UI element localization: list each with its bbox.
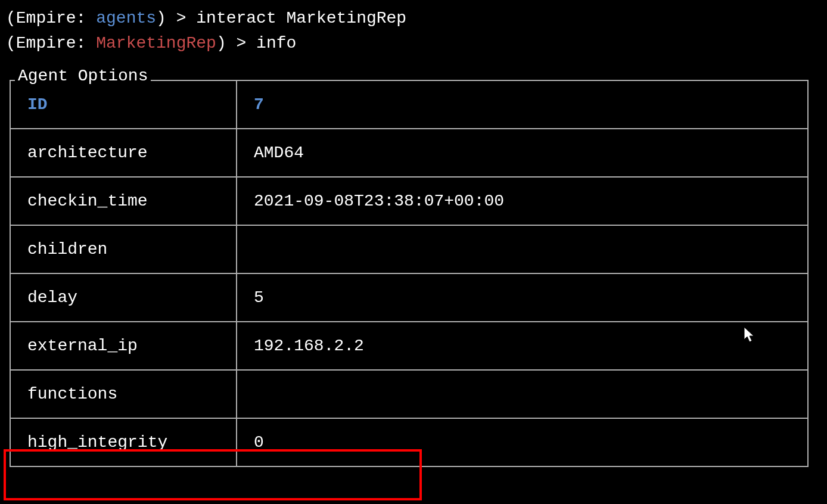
prompt-line-1[interactable]: (Empire: agents) > interact MarketingRep: [6, 6, 821, 31]
option-value: 7: [237, 80, 808, 129]
option-value-text: 7: [254, 95, 264, 114]
option-value: [237, 370, 808, 418]
agent-options-box: Agent Options ID7architectureAMD64checki…: [6, 80, 821, 467]
option-value: [237, 225, 808, 273]
option-key: delay: [10, 273, 237, 322]
option-key-text: high_integrity: [27, 433, 167, 452]
option-value-text: 0: [254, 433, 264, 452]
table-row: functions: [10, 370, 808, 418]
prompt2-suffix: ) >: [216, 34, 256, 52]
option-key-text: children: [27, 240, 107, 259]
option-value: 192.168.2.2: [237, 322, 808, 370]
option-key: functions: [10, 370, 237, 418]
option-value: 5: [237, 273, 808, 322]
table-row: external_ip192.168.2.2: [10, 322, 808, 370]
prompt2-command: info: [256, 34, 296, 52]
table-row: checkin_time2021-09-08T23:38:07+00:00: [10, 177, 808, 225]
option-value-text: 192.168.2.2: [254, 337, 364, 355]
option-key-text: functions: [27, 385, 117, 403]
option-key: checkin_time: [10, 177, 237, 225]
option-key-text: checkin_time: [27, 192, 148, 210]
option-key-text: architecture: [27, 144, 148, 162]
prompt2-prefix: (Empire:: [6, 34, 96, 52]
option-value-text: 2021-09-08T23:38:07+00:00: [254, 192, 504, 210]
prompt1-command: interact MarketingRep: [196, 9, 406, 27]
option-key-text: delay: [27, 288, 77, 307]
prompt-line-2[interactable]: (Empire: MarketingRep) > info: [6, 31, 821, 56]
prompt1-prefix: (Empire:: [6, 9, 96, 27]
prompt2-context: MarketingRep: [96, 34, 216, 52]
table-row: delay5: [10, 273, 808, 322]
option-key: children: [10, 225, 237, 273]
option-key: high_integrity: [10, 418, 237, 466]
agent-options-title: Agent Options: [15, 67, 151, 85]
option-key: ID: [10, 80, 237, 129]
option-value: 0: [237, 418, 808, 466]
option-key: architecture: [10, 129, 237, 177]
table-row: architectureAMD64: [10, 129, 808, 177]
prompt1-suffix: ) >: [156, 9, 196, 27]
agent-options-table: ID7architectureAMD64checkin_time2021-09-…: [10, 80, 809, 467]
option-key-text: ID: [27, 95, 48, 114]
option-value: 2021-09-08T23:38:07+00:00: [237, 177, 808, 225]
table-row: ID7: [10, 80, 808, 129]
option-key-text: external_ip: [27, 337, 138, 355]
prompt1-context: agents: [96, 9, 156, 27]
table-row: children: [10, 225, 808, 273]
option-value-text: 5: [254, 288, 264, 307]
option-value-text: AMD64: [254, 144, 304, 162]
table-row: high_integrity0: [10, 418, 808, 466]
option-value: AMD64: [237, 129, 808, 177]
option-key: external_ip: [10, 322, 237, 370]
